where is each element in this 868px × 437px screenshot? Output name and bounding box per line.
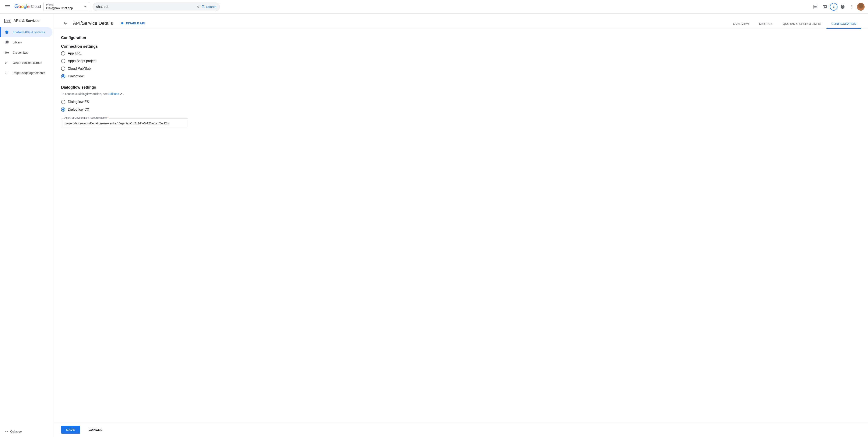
tab-metrics[interactable]: METRICS [754,20,778,29]
sidebar-item-label: Library [13,41,22,44]
more-vert-icon [849,4,854,9]
radio-circle-dialogflow [61,74,65,79]
notes-icon [813,4,818,9]
cloud-label: Cloud [31,4,41,9]
tab-overview[interactable]: OVERVIEW [728,20,754,29]
sidebar-item-oauth-consent[interactable]: OAuth consent screen [0,58,52,68]
radio-label-cloud-pubsub: Cloud Pub/Sub [68,67,91,70]
editions-link[interactable]: Editions [108,92,119,96]
svg-rect-6 [122,22,123,24]
dialogflow-edition-radio-group: Dialogflow ES Dialogflow CX [61,100,861,112]
search-input[interactable] [96,5,194,9]
sidebar-item-label: Credentials [13,51,28,54]
api-badge: API [4,19,11,23]
resource-name-label: Agent or Environment resource name * [64,116,109,119]
radio-circle-dialogflow-cx [61,107,65,112]
radio-item-app-url[interactable]: App URL [61,51,861,56]
page-usage-icon [4,70,9,75]
search-icon [201,5,206,9]
radio-label-app-url: App URL [68,52,82,55]
topbar: Cloud Project Dialogflow Chat app ✕ Sear… [0,0,868,13]
radio-item-dialogflow[interactable]: Dialogflow [61,74,861,79]
resource-name-field-container: Agent or Environment resource name * [61,119,188,128]
sidebar-nav: Enabled APIs & services Library Credenti… [0,27,54,78]
svg-rect-2 [5,8,10,8]
library-icon [4,40,9,45]
disable-api-label: DISABLE API [126,22,145,25]
configuration-title: Configuration [61,36,861,40]
sidebar-brand-title: APIs & Services [13,19,39,23]
resource-label-text: Agent or Environment resource name [64,116,106,119]
help-icon [840,4,845,9]
app-layout: API APIs & Services Enabled APIs & servi… [0,13,868,437]
console-notes-button[interactable] [811,3,820,11]
svg-rect-1 [5,6,10,7]
radio-circle-cloud-pubsub [61,67,65,71]
notification-badge[interactable]: 1 [830,3,837,10]
sidebar-item-label: OAuth consent screen [13,61,42,64]
save-button[interactable]: SAVE [61,426,80,434]
radio-circle-dialogflow-es [61,100,65,104]
oauth-consent-icon [4,60,9,65]
search-button[interactable]: Search [201,5,216,9]
sidebar-item-page-usage[interactable]: Page usage agreements [0,68,52,78]
content-area: Configuration Connection settings App UR… [54,29,868,154]
svg-point-3 [851,5,852,6]
search-bar: ✕ Search [93,3,220,11]
disable-api-button[interactable]: DISABLE API [118,20,147,27]
sidebar-item-credentials[interactable]: Credentials [0,48,52,58]
collapse-label: Collapse [10,430,22,433]
project-selector[interactable]: Project Dialogflow Chat app [43,2,90,11]
more-options-button[interactable] [848,3,856,11]
menu-button[interactable] [3,3,12,11]
sidebar-item-enabled-apis[interactable]: Enabled APIs & services [0,27,52,37]
radio-label-dialogflow-cx: Dialogflow CX [68,108,89,112]
sidebar-collapse-button[interactable]: Collapse [4,429,50,434]
svg-rect-0 [5,5,10,6]
page-title: API/Service Details [73,21,113,26]
project-label: Project [46,4,82,6]
radio-item-cloud-pubsub[interactable]: Cloud Pub/Sub [61,67,861,71]
radio-circle-app-url [61,51,65,56]
search-clear-button[interactable]: ✕ [196,5,199,9]
back-arrow-icon [63,21,68,26]
sidebar-item-label: Enabled APIs & services [13,31,45,34]
collapse-icon [4,429,8,434]
back-button[interactable] [61,19,69,28]
connection-settings-section: Connection settings App URL Apps Script … [61,44,861,79]
dialogflow-settings-title: Dialogflow settings [61,85,861,90]
sidebar-item-library[interactable]: Library [0,37,52,48]
external-link-icon: ↗ [120,92,122,96]
terminal-icon [823,4,827,9]
topbar-right: 1 [811,3,865,11]
radio-item-dialogflow-es[interactable]: Dialogflow ES [61,100,861,104]
radio-item-apps-script[interactable]: Apps Script project [61,59,861,63]
description-prefix: To choose a Dialogflow edition, see [61,92,108,96]
tab-quotas[interactable]: QUOTAS & SYSTEM LIMITS [778,20,827,29]
radio-item-dialogflow-cx[interactable]: Dialogflow CX [61,107,861,112]
radio-circle-apps-script [61,59,65,63]
google-logo-icon [14,4,30,9]
tab-configuration[interactable]: CONFIGURATION [827,20,861,29]
dialogflow-settings-section: Dialogflow settings To choose a Dialogfl… [61,85,861,128]
resource-name-input[interactable] [61,119,188,128]
google-cloud-logo: Cloud [14,4,41,9]
required-marker: * [107,116,108,119]
search-label: Search [206,5,216,8]
hamburger-icon [5,4,10,9]
credentials-icon [4,50,9,55]
action-bar: SAVE CANCEL [54,422,868,437]
stop-icon [120,22,124,25]
chevron-down-icon [83,5,87,9]
help-button[interactable] [838,3,847,11]
cloud-shell-button[interactable] [820,3,829,11]
cancel-button[interactable]: CANCEL [84,426,108,434]
radio-label-apps-script: Apps Script project [68,59,96,63]
page-header: API/Service Details DISABLE API OVERVIEW… [54,13,868,29]
svg-point-5 [851,8,852,8]
avatar-image [857,3,865,10]
svg-point-4 [851,6,852,7]
tab-bar: OVERVIEW METRICS QUOTAS & SYSTEM LIMITS … [728,20,861,29]
notification-count: 1 [833,5,834,8]
user-avatar[interactable] [857,3,865,10]
